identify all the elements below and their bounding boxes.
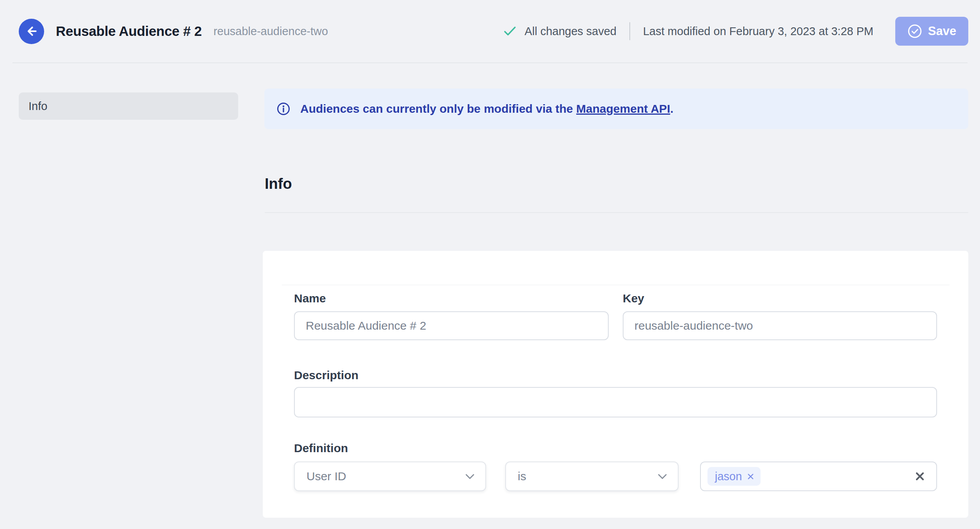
banner-text: Audiences can currently only be modified… bbox=[300, 102, 674, 115]
chevron-down-icon bbox=[657, 473, 668, 480]
definition-operator-select[interactable]: is bbox=[505, 462, 679, 491]
page-title: Reusable Audience # 2 bbox=[56, 23, 202, 39]
save-button[interactable]: Save bbox=[895, 17, 968, 46]
sidebar-item-info[interactable]: Info bbox=[19, 92, 238, 120]
check-icon bbox=[503, 25, 517, 37]
last-modified-text: Last modified on February 3, 2023 at 3:2… bbox=[643, 25, 873, 38]
definition-label: Definition bbox=[294, 442, 348, 454]
section-rule bbox=[265, 212, 968, 213]
key-input[interactable] bbox=[623, 311, 937, 340]
card-inner-rule bbox=[282, 285, 950, 285]
chevron-down-icon bbox=[465, 473, 475, 480]
arrow-left-icon bbox=[25, 24, 39, 38]
banner-text-after: . bbox=[670, 102, 673, 115]
save-button-label: Save bbox=[928, 24, 956, 38]
value-tag: jason bbox=[707, 467, 761, 486]
sidebar-item-label: Info bbox=[29, 100, 47, 113]
section-title: Info bbox=[265, 176, 292, 191]
definition-values-input[interactable]: jason bbox=[700, 462, 937, 491]
definition-trait-select[interactable]: User ID bbox=[294, 462, 486, 491]
key-label: Key bbox=[623, 293, 644, 304]
header-rule bbox=[12, 62, 968, 63]
page-header: Reusable Audience # 2 reusable-audience-… bbox=[0, 0, 980, 62]
header-divider bbox=[629, 22, 630, 40]
trait-select-value: User ID bbox=[306, 470, 346, 483]
tag-remove-icon[interactable] bbox=[747, 473, 754, 480]
operator-select-value: is bbox=[518, 470, 526, 483]
save-status-text: All changes saved bbox=[525, 25, 617, 38]
clear-x-icon bbox=[914, 471, 925, 482]
back-button[interactable] bbox=[19, 19, 44, 44]
banner-text-before: Audiences can currently only be modified… bbox=[300, 102, 576, 115]
check-circle-icon bbox=[907, 24, 922, 39]
description-input[interactable] bbox=[294, 387, 937, 417]
info-banner: Audiences can currently only be modified… bbox=[264, 89, 968, 129]
management-api-link[interactable]: Management API bbox=[576, 102, 670, 115]
description-label: Description bbox=[294, 369, 358, 381]
info-form-card: Name Key Description Definition User ID … bbox=[263, 251, 968, 518]
value-tag-label: jason bbox=[715, 470, 742, 483]
info-icon bbox=[277, 102, 290, 115]
name-label: Name bbox=[294, 293, 326, 304]
header-actions: All changes saved Last modified on Febru… bbox=[503, 17, 968, 46]
page-subtitle: reusable-audience-two bbox=[214, 25, 328, 38]
clear-values-button[interactable] bbox=[912, 469, 928, 484]
name-input[interactable] bbox=[294, 311, 609, 340]
